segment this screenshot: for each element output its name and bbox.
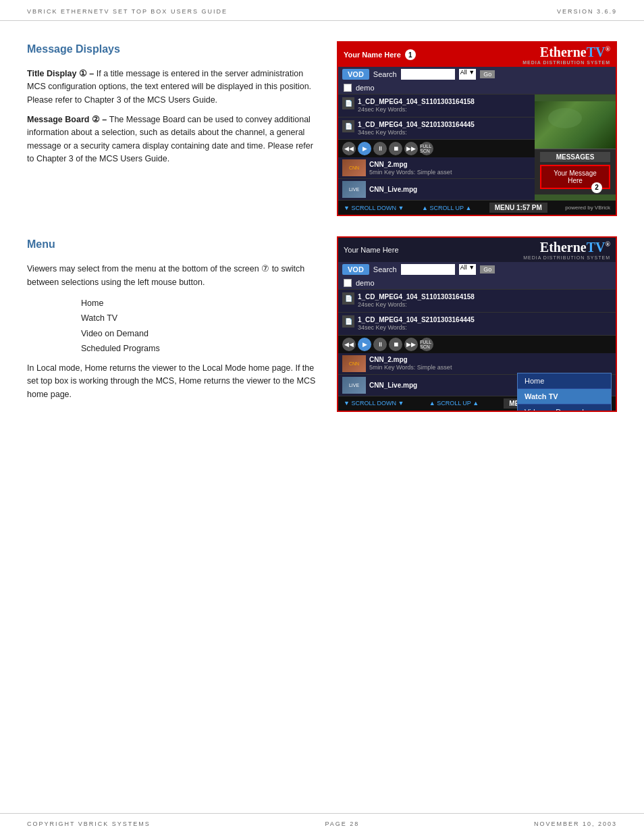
etv-search-select1[interactable]: All ▼	[459, 69, 476, 80]
list-item-title: 1_CD_MPEG4_104_S1101303164158	[358, 97, 475, 106]
etv-title-bar: Your Name Here 1 EtherneTV® MEDIA DISTRI…	[338, 43, 616, 67]
menu-dropdown-vod[interactable]: Video on Demand	[518, 405, 611, 411]
main-content: Message Displays Title Display ① – If a …	[0, 21, 644, 473]
etv-title-text2: Your Name Here	[344, 246, 399, 254]
etv-title-bar2: Your Name Here EtherneTV® MEDIA DISTRIBU…	[338, 238, 616, 262]
etv-logo-sub2: MEDIA DISTRIBUTION SYSTEM	[523, 255, 610, 260]
etv-list1: 📄 1_CD_MPEG4_104_S1101303164158 24sec Ke…	[338, 95, 535, 201]
etv-screen1: Your Name Here 1 EtherneTV® MEDIA DISTRI…	[337, 41, 617, 216]
etv-demo-label2: demo	[356, 279, 375, 287]
ctrl-pause[interactable]: ⏸	[373, 142, 387, 155]
list-icon: 📄	[342, 97, 354, 109]
list-item-meta: 24sec Key Words:	[358, 301, 475, 309]
etv-demo-label1: demo	[356, 84, 375, 92]
screen1-container: Your Name Here 1 EtherneTV® MEDIA DISTRI…	[337, 41, 617, 216]
list-icon: 📄	[342, 315, 354, 328]
menu-dropdown-home[interactable]: Home	[518, 373, 611, 389]
para1-label: Title Display ① –	[27, 69, 97, 78]
menu-dropdown-watchtv[interactable]: Watch TV	[518, 389, 611, 405]
list-item-meta: 5min Key Words: Simple asset	[369, 364, 452, 372]
etv-demo-row2: demo	[338, 277, 616, 290]
list-item[interactable]: LIVE CNN_Live.mpg	[338, 179, 535, 201]
header-right: VERSION 3.6.9	[557, 8, 617, 15]
list-item[interactable]: CNN CNN_2.mpg 5min Key Words: Simple ass…	[338, 353, 616, 375]
etv-content-area1: 📄 1_CD_MPEG4_104_S1101303164158 24sec Ke…	[338, 95, 616, 201]
etv-badge1: 1	[405, 49, 416, 60]
footer-right: NOVEMBER 10, 2003	[534, 820, 617, 827]
list-item[interactable]: CNN CNN_2.mpg 5min Key Words: Simple ass…	[338, 157, 535, 179]
ctrl-next2[interactable]: ▶▶	[404, 338, 418, 351]
ctrl-prev[interactable]: ◀◀	[342, 142, 356, 155]
scroll-up-btn2[interactable]: ▲ SCROLL UP ▲	[429, 400, 479, 407]
etv-go-btn2[interactable]: Go	[480, 265, 495, 273]
scroll-down-btn1[interactable]: ▼ SCROLL DOWN ▼	[344, 205, 404, 211]
etv-messages-panel: MESSAGES Your Message Here 2	[535, 149, 616, 194]
etv-thumb1: MESSAGES Your Message Here 2	[535, 95, 616, 201]
footer-center: PAGE 28	[325, 820, 359, 827]
etv-badge2: 2	[591, 182, 602, 193]
ctrl-play2[interactable]: ▶	[358, 338, 371, 351]
list-item-title: CNN_Live.mpg	[369, 381, 417, 390]
message-displays-text: Message Displays Title Display ① – If a …	[27, 41, 317, 216]
etv-bottom-bar1: ▼ SCROLL DOWN ▼ ▲ SCROLL UP ▲ MENU 1:57 …	[338, 201, 616, 215]
menu-text: Menu Viewers may select from the menu at…	[27, 236, 317, 411]
list-item-title: 1_CD_MPEG4_104_S1101303164158	[358, 292, 475, 301]
para2-label: Message Board ② –	[27, 115, 109, 124]
page-footer: COPYRIGHT VBRICK SYSTEMS PAGE 28 NOVEMBE…	[0, 813, 644, 834]
etv-checkbox1[interactable]	[344, 84, 352, 92]
list-item-text: CNN_2.mpg 5min Key Words: Simple asset	[369, 160, 452, 177]
list-icon: 📄	[342, 292, 354, 305]
list-item[interactable]: 📄 1_CD_MPEG4_104_S2101303164445 34sec Ke…	[338, 313, 616, 336]
list-item[interactable]: 📄 1_CD_MPEG4_104_S2101303164445 34sec Ke…	[338, 118, 535, 140]
list-item-text: CNN_2.mpg 5min Key Words: Simple asset	[369, 355, 452, 372]
message-displays-section: Message Displays Title Display ① – If a …	[27, 41, 617, 216]
etv-messages-title: MESSAGES	[540, 152, 610, 162]
header-left: VBRICK ETHERNETV SET TOP BOX USERS GUIDE	[27, 8, 227, 15]
ctrl-stop[interactable]: ⏹	[389, 142, 402, 155]
list-item[interactable]: 📄 1_CD_MPEG4_104_S1101303164158 24sec Ke…	[338, 95, 535, 118]
etv-menu-btn1[interactable]: MENU 1:57 PM	[489, 203, 547, 213]
list-item-text: CNN_Live.mpg	[369, 185, 417, 194]
list-item-meta: 34sec Key Words:	[358, 129, 475, 137]
list-item[interactable]: 📄 1_CD_MPEG4_104_S1101303164158 24sec Ke…	[338, 290, 616, 313]
ctrl-next[interactable]: ▶▶	[404, 142, 418, 155]
ctrl-fullscreen2[interactable]: FULL SCN	[420, 338, 433, 351]
screen2-container: Your Name Here EtherneTV® MEDIA DISTRIBU…	[337, 236, 617, 411]
etv-vod-btn1[interactable]: VOD	[342, 69, 369, 80]
etv-go-btn1[interactable]: Go	[480, 70, 495, 78]
etv-title-text: Your Name Here	[344, 51, 401, 59]
vbrick-logo1: powered by VBrick	[565, 205, 610, 211]
ctrl-play[interactable]: ▶	[358, 142, 371, 155]
list-item-title: CNN_2.mpg	[369, 355, 452, 364]
scroll-down-btn2[interactable]: ▼ SCROLL DOWN ▼	[344, 400, 404, 407]
etv-message-box: Your Message Here 2	[540, 165, 610, 189]
etv-search-label2: Search	[373, 265, 397, 273]
ctrl-pause2[interactable]: ⏸	[373, 338, 387, 351]
etv-vod-btn2[interactable]: VOD	[342, 264, 369, 275]
etv-search-field1[interactable]	[401, 69, 455, 80]
ctrl-stop2[interactable]: ⏹	[389, 338, 402, 351]
etv-menu-dropdown: Home Watch TV Video on Demand Scheduled …	[517, 373, 612, 411]
list-item-title: 1_CD_MPEG4_104_S2101303164445	[358, 120, 475, 129]
etv-logo-sub1: MEDIA DISTRIBUTION SYSTEM	[522, 60, 610, 65]
footer-left: COPYRIGHT VBRICK SYSTEMS	[27, 820, 151, 827]
etv-checkbox2[interactable]	[344, 279, 352, 287]
etv-search-select2[interactable]: All ▼	[459, 264, 476, 275]
list-item-meta: 34sec Key Words:	[358, 324, 475, 332]
etv-thumb-img1	[535, 101, 616, 149]
etv-controls2: ◀◀ ▶ ⏸ ⏹ ▶▶ FULL SCN	[338, 336, 616, 353]
para1: Title Display ① – If a title message is …	[27, 68, 317, 107]
menu-closing: In Local mode, Home returns the viewer t…	[27, 362, 317, 401]
list-item-meta: 24sec Key Words:	[358, 106, 475, 114]
menu-item-home: Home	[81, 296, 317, 311]
menu-item-scheduled: Scheduled Programs	[81, 341, 317, 357]
list-item-title: 1_CD_MPEG4_104_S2101303164445	[358, 315, 475, 324]
etv-search-field2[interactable]	[401, 264, 455, 275]
list-item-meta: 5min Key Words: Simple asset	[369, 169, 452, 177]
ctrl-prev2[interactable]: ◀◀	[342, 338, 356, 351]
scroll-up-btn1[interactable]: ▲ SCROLL UP ▲	[422, 205, 471, 211]
etv-screen2: Your Name Here EtherneTV® MEDIA DISTRIBU…	[337, 236, 617, 411]
etv-search-bar2: VOD Search All ▼ Go	[338, 262, 616, 277]
ctrl-fullscreen[interactable]: FULL SCN	[420, 142, 433, 155]
list-item-title: CNN_Live.mpg	[369, 185, 417, 194]
